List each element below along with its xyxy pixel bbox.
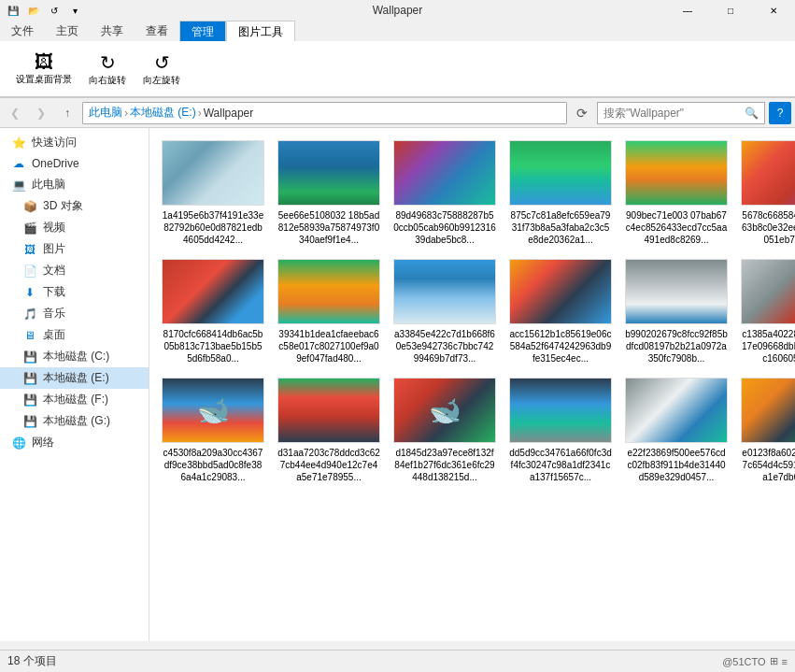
tab-home[interactable]: 主页 xyxy=(45,21,90,41)
file-name-18: e0123f8a6027cf100c4f07c654d4c591076fca7a… xyxy=(741,447,795,483)
file-thumbnail-4 xyxy=(509,140,612,206)
download-icon: ⬇ xyxy=(22,285,37,300)
file-name-14: d31aa7203c78ddcd3c627cb44ee4d940e12c7e4a… xyxy=(277,447,380,483)
file-item-9[interactable]: a33845e422c7d1b668f60e53e942736c7bbc742 … xyxy=(389,254,501,369)
disk-f-icon: 💾 xyxy=(22,393,37,407)
file-item-6[interactable]: 5678c6685841ab637cfa63b8c0e32ee205649af2… xyxy=(736,136,795,250)
disk-g-icon: 💾 xyxy=(22,414,37,429)
document-icon: 📄 xyxy=(22,264,37,279)
file-name-1: 1a4195e6b37f4191e33e82792b60e0d87821edb4… xyxy=(162,209,264,246)
file-item-5[interactable]: 909bec71e003 07bab67c4ec8526433ecd7cc5aa… xyxy=(620,136,732,250)
file-thumbnail-18 xyxy=(741,378,795,443)
undo-button[interactable]: ↺ xyxy=(45,1,64,20)
sidebar-item-local-e[interactable]: 💾 本地磁盘 (E:) xyxy=(0,367,149,389)
file-thumbnail-10 xyxy=(509,259,612,324)
sidebar-label-local-c: 本地磁盘 (C:) xyxy=(43,349,109,365)
back-button[interactable]: ❮ xyxy=(4,102,26,124)
content-area: 1a4195e6b37f4191e33e82792b60e0d87821edb4… xyxy=(149,128,795,641)
sidebar-item-local-g[interactable]: 💾 本地磁盘 (G:) xyxy=(0,410,149,432)
file-thumbnail-11 xyxy=(625,259,728,324)
sidebar-label-quick-access: 快速访问 xyxy=(32,135,77,150)
file-item-17[interactable]: e22f23869f500ee576cdc02fb83f911b4de31440… xyxy=(620,373,732,488)
file-thumbnail-8 xyxy=(277,259,380,324)
3d-icon: 📦 xyxy=(22,199,37,214)
file-name-13: c4530f8a209a30cc4367df9ce38bbd5ad0c8fe38… xyxy=(162,447,264,483)
view-grid-icon[interactable]: ⊞ xyxy=(770,655,778,667)
file-thumbnail-1 xyxy=(162,140,264,206)
sidebar-item-3d-objects[interactable]: 📦 3D 对象 xyxy=(0,195,149,217)
sidebar-item-network[interactable]: 🌐 网络 xyxy=(0,432,149,453)
window-controls: — □ ✕ xyxy=(666,0,795,25)
sidebar-item-downloads[interactable]: ⬇ 下载 xyxy=(0,281,149,303)
tab-share[interactable]: 共享 xyxy=(90,21,135,41)
ribbon: 文件 主页 共享 查看 管理 图片工具 🖼 设置桌面背景 ↻ 向右旋转 ↺ 向左… xyxy=(0,21,795,98)
sidebar-item-onedrive[interactable]: ☁ OneDrive xyxy=(0,153,149,174)
dropdown-arrow[interactable]: ▾ xyxy=(65,1,84,20)
sidebar-item-quick-access[interactable]: ⭐ 快速访问 xyxy=(0,132,149,153)
file-thumbnail-15: 🐋 xyxy=(393,378,496,443)
file-item-13[interactable]: 🐋c4530f8a209a30cc4367df9ce38bbd5ad0c8fe3… xyxy=(157,373,269,488)
sidebar-item-desktop[interactable]: 🖥 桌面 xyxy=(0,324,149,346)
path-wallpaper[interactable]: Wallpaper xyxy=(204,107,254,120)
sidebar-item-documents[interactable]: 📄 文档 xyxy=(0,260,149,281)
forward-button[interactable]: ❯ xyxy=(30,102,52,124)
file-item-11[interactable]: b990202679c8fcc92f85bdfcd08197b2b21a0972… xyxy=(620,254,732,369)
tab-manage[interactable]: 管理 xyxy=(179,21,226,41)
status-right: @51CTO ⊞ ≡ xyxy=(722,655,788,667)
tab-picture-tools[interactable]: 图片工具 xyxy=(226,21,295,41)
file-item-14[interactable]: d31aa7203c78ddcd3c627cb44ee4d940e12c7e4a… xyxy=(273,373,385,488)
new-folder-button[interactable]: 📂 xyxy=(24,1,43,20)
file-name-3: 89d49683c75888287b50ccb05cab960b9912316 … xyxy=(393,209,496,246)
help-button[interactable]: ? xyxy=(769,102,791,124)
save-button[interactable]: 💾 xyxy=(4,1,22,20)
ribbon-rotate-left[interactable]: ↺ 向左旋转 xyxy=(135,47,189,92)
file-name-17: e22f23869f500ee576cdc02fb83f911b4de31440… xyxy=(625,447,728,483)
minimize-button[interactable]: — xyxy=(666,0,709,25)
file-item-10[interactable]: acc15612b1c85619e06c584a52f6474242963db9… xyxy=(504,254,617,369)
view-list-icon[interactable]: ≡ xyxy=(782,656,788,667)
file-item-15[interactable]: 🐋d1845d23a97ece8f132f84ef1b27f6dc361e6fc… xyxy=(389,373,501,488)
path-locale[interactable]: 本地磁盘 (E:) xyxy=(130,105,196,121)
tab-file[interactable]: 文件 xyxy=(0,21,45,41)
search-box[interactable]: 🔍 xyxy=(597,102,765,124)
star-icon: ⭐ xyxy=(11,136,26,150)
refresh-button[interactable]: ⟳ xyxy=(571,102,593,124)
address-path[interactable]: 此电脑 › 本地磁盘 (E:) › Wallpaper xyxy=(82,102,567,124)
up-button[interactable]: ↑ xyxy=(56,102,78,124)
file-item-8[interactable]: 39341b1dea1cfaeebac6c58e017c8027100ef9a0… xyxy=(273,254,385,369)
sidebar-item-local-f[interactable]: 💾 本地磁盘 (F:) xyxy=(0,389,149,410)
quick-access-toolbar-row: 💾 📂 ↺ ▾ Wallpaper — □ ✕ xyxy=(0,0,795,21)
sidebar-label-local-e: 本地磁盘 (E:) xyxy=(43,370,109,386)
disk-e-icon: 💾 xyxy=(22,371,37,386)
maximize-button[interactable]: □ xyxy=(709,0,752,25)
status-bar: 18 个项目 @51CTO ⊞ ≡ xyxy=(0,650,795,672)
watermark: @51CTO xyxy=(722,656,765,667)
ribbon-rotate-right[interactable]: ↻ 向右旋转 xyxy=(80,47,135,92)
close-button[interactable]: ✕ xyxy=(752,0,795,25)
sidebar-item-pictures[interactable]: 🖼 图片 xyxy=(0,238,149,260)
file-item-12[interactable]: c1385a4022859c16bdf317e09668dbb3fc41a7e1… xyxy=(736,254,795,369)
path-thispc[interactable]: 此电脑 xyxy=(89,105,122,121)
sidebar-label-local-f: 本地磁盘 (F:) xyxy=(43,392,108,407)
file-thumbnail-5 xyxy=(625,140,728,206)
file-item-4[interactable]: 875c7c81a8efc659ea7931f73b8a5a3faba2c3c5… xyxy=(504,136,617,250)
sidebar-label-network: 网络 xyxy=(32,435,54,450)
sidebar-item-videos[interactable]: 🎬 视频 xyxy=(0,217,149,238)
file-grid: 1a4195e6b37f4191e33e82792b60e0d87821edb4… xyxy=(157,136,788,488)
sidebar-item-this-pc[interactable]: 💻 此电脑 xyxy=(0,174,149,195)
file-item-7[interactable]: 8170cfc668414db6ac5b05b813c713bae5b15b55… xyxy=(157,254,269,369)
file-item-3[interactable]: 89d49683c75888287b50ccb05cab960b9912316 … xyxy=(389,136,501,250)
file-item-16[interactable]: dd5d9cc34761a66f0fc3df4fc30247c98a1df234… xyxy=(504,373,617,488)
onedrive-icon: ☁ xyxy=(11,156,26,171)
file-name-2: 5ee66e5108032 18b5ad812e58939a75874973f0… xyxy=(277,209,380,246)
tab-view[interactable]: 查看 xyxy=(135,21,179,41)
file-item-18[interactable]: e0123f8a6027cf100c4f07c654d4c591076fca7a… xyxy=(736,373,795,488)
sidebar-item-local-c[interactable]: 💾 本地磁盘 (C:) xyxy=(0,346,149,367)
ribbon-set-wallpaper[interactable]: 🖼 设置桌面背景 xyxy=(7,47,80,91)
sidebar-label-music: 音乐 xyxy=(43,306,65,322)
search-input[interactable] xyxy=(603,107,745,120)
sidebar-item-music[interactable]: 🎵 音乐 xyxy=(0,303,149,324)
file-thumbnail-2 xyxy=(277,140,380,206)
file-item-2[interactable]: 5ee66e5108032 18b5ad812e58939a75874973f0… xyxy=(273,136,385,250)
file-item-1[interactable]: 1a4195e6b37f4191e33e82792b60e0d87821edb4… xyxy=(157,136,269,250)
